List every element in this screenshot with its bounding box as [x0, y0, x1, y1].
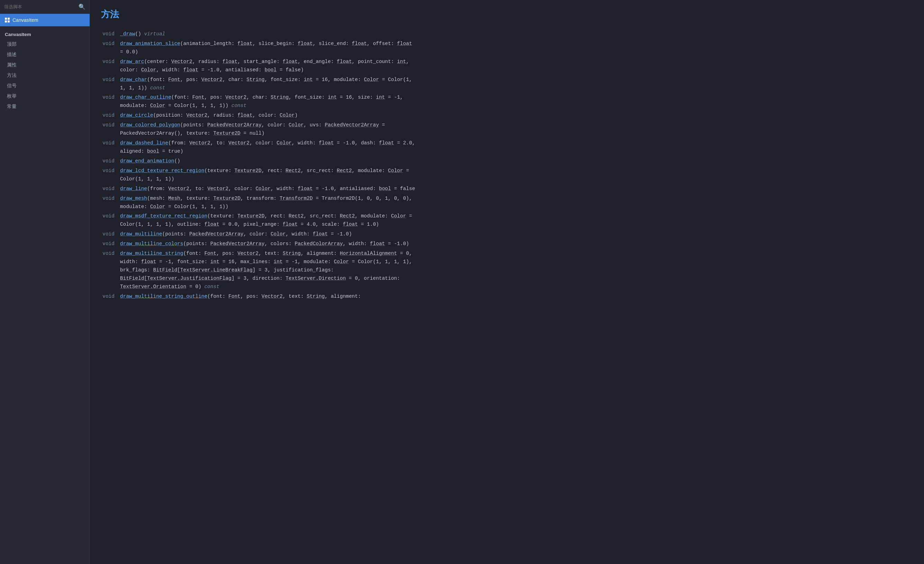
method-row: void draw_multiline_string_outline(font:… — [101, 293, 913, 301]
keyword: virtual — [144, 31, 165, 37]
sidebar-nav-item-枚举[interactable]: 枚举 — [0, 91, 90, 101]
type-ref: Texture2D — [213, 131, 240, 136]
type-ref: Font — [168, 77, 180, 83]
return-type: void — [101, 240, 120, 248]
return-type: void — [101, 76, 120, 84]
type-ref: Color — [141, 67, 156, 73]
type-ref: float — [141, 259, 156, 265]
return-type: void — [101, 195, 120, 203]
method-body: draw_animation_slice(animation_length: f… — [120, 40, 913, 56]
type-ref: PackedVector2Array — [325, 122, 379, 128]
type-ref: Rect2 — [337, 168, 352, 173]
method-row: void draw_multiline_string(font: Font, p… — [101, 250, 913, 291]
sidebar-bottom: CanvasItem 顶部描述属性方法信号枚举常量 — [0, 26, 90, 564]
method-name[interactable]: draw_animation_slice — [120, 41, 180, 47]
return-type: void — [101, 40, 120, 48]
return-type: void — [101, 250, 120, 258]
type-ref: Vector2 — [189, 140, 210, 146]
method-name[interactable]: _draw — [120, 31, 135, 37]
return-type: void — [101, 58, 120, 66]
method-row: void draw_circle(position: Vector2, radi… — [101, 111, 913, 120]
type-ref: Texture2D — [237, 213, 264, 219]
method-name[interactable]: draw_end_animation — [120, 158, 174, 164]
type-ref: Color — [364, 77, 379, 83]
type-ref: bool — [379, 186, 391, 191]
type-ref: Vector2 — [228, 140, 249, 146]
type-ref: Color — [277, 140, 292, 146]
method-name[interactable]: draw_multiline — [120, 231, 162, 237]
type-ref: TextServer.Direction — [286, 275, 346, 281]
type-ref: Color — [288, 122, 304, 128]
return-type: void — [101, 30, 120, 38]
type-ref: float — [343, 221, 358, 227]
type-ref: String — [247, 77, 265, 83]
type-ref: BitField[TextServer.LineBreakFlag] — [153, 267, 256, 273]
type-ref: String — [270, 95, 288, 100]
method-row: void draw_dashed_line(from: Vector2, to:… — [101, 139, 913, 156]
type-ref: float — [237, 41, 252, 47]
method-name[interactable]: draw_multiline_string_outline — [120, 293, 207, 299]
method-name[interactable]: draw_lcd_texture_rect_region — [120, 168, 204, 173]
type-ref: Vector2 — [186, 113, 207, 118]
method-name[interactable]: draw_msdf_texture_rect_region — [120, 213, 207, 219]
search-bar: 🔍 — [0, 0, 90, 14]
keyword: const — [150, 85, 165, 91]
type-ref: int — [376, 95, 385, 100]
type-ref: Color — [256, 186, 271, 191]
type-ref: float — [337, 59, 352, 65]
type-ref: Vector2 — [171, 59, 192, 65]
type-ref: Vector2 — [207, 186, 228, 191]
sidebar-nav-item-属性[interactable]: 属性 — [0, 60, 90, 70]
return-type: void — [101, 157, 120, 165]
type-ref: float — [204, 221, 220, 227]
method-name[interactable]: draw_line — [120, 186, 147, 191]
method-body: draw_end_animation() — [120, 157, 913, 165]
type-ref: Color — [279, 113, 295, 118]
return-type: void — [101, 111, 120, 120]
return-type: void — [101, 93, 120, 102]
method-body: draw_line(from: Vector2, to: Vector2, co… — [120, 185, 913, 193]
sidebar-nav-item-信号[interactable]: 信号 — [0, 81, 90, 91]
type-ref: float — [183, 67, 199, 73]
method-body: draw_mesh(mesh: Mesh, texture: Texture2D… — [120, 195, 913, 211]
method-body: draw_msdf_texture_rect_region(texture: T… — [120, 212, 913, 229]
method-name[interactable]: draw_colored_polygon — [120, 122, 180, 128]
return-type: void — [101, 139, 120, 147]
method-row: void draw_colored_polygon(points: Packed… — [101, 121, 913, 138]
method-name[interactable]: draw_mesh — [120, 196, 147, 201]
sidebar-nav-item-描述[interactable]: 描述 — [0, 50, 90, 60]
type-ref: bool — [147, 149, 159, 154]
sidebar: 🔍 CanvasItem CanvasItem 顶部描述属性方法信号枚举常量 — [0, 0, 90, 564]
type-ref: Font — [204, 251, 216, 256]
type-ref: PackedColorArray — [295, 241, 343, 247]
method-name[interactable]: draw_dashed_line — [120, 140, 168, 146]
methods-list: void _draw() virtual void draw_animation… — [101, 30, 913, 301]
return-type: void — [101, 121, 120, 129]
method-name[interactable]: draw_char_outline — [120, 95, 171, 100]
method-row: void draw_animation_slice(animation_leng… — [101, 40, 913, 56]
type-ref: float — [313, 231, 328, 237]
sidebar-nav-item-顶部[interactable]: 顶部 — [0, 39, 90, 50]
search-icon[interactable]: 🔍 — [78, 3, 86, 10]
type-ref: float — [319, 140, 334, 146]
type-ref: Rect2 — [288, 213, 304, 219]
method-name[interactable]: draw_multiline_colors — [120, 241, 183, 247]
method-name[interactable]: draw_char — [120, 77, 147, 83]
grid-icon — [5, 18, 10, 23]
type-ref: int — [210, 259, 219, 265]
method-name[interactable]: draw_circle — [120, 113, 153, 118]
sidebar-nav-item-方法[interactable]: 方法 — [0, 70, 90, 81]
type-ref: Font — [228, 293, 240, 299]
method-name[interactable]: draw_multiline_string — [120, 251, 183, 256]
method-row: void draw_line(from: Vector2, to: Vector… — [101, 185, 913, 193]
type-ref: int — [304, 77, 313, 83]
sidebar-selected-item[interactable]: CanvasItem — [0, 14, 90, 26]
search-input[interactable] — [4, 4, 78, 9]
method-row: void draw_mesh(mesh: Mesh, texture: Text… — [101, 195, 913, 211]
type-ref: int — [397, 59, 406, 65]
method-body: draw_circle(position: Vector2, radius: f… — [120, 111, 913, 120]
type-ref: float — [237, 113, 252, 118]
method-name[interactable]: draw_arc — [120, 59, 144, 65]
sidebar-nav-item-常量[interactable]: 常量 — [0, 101, 90, 112]
return-type: void — [101, 293, 120, 301]
